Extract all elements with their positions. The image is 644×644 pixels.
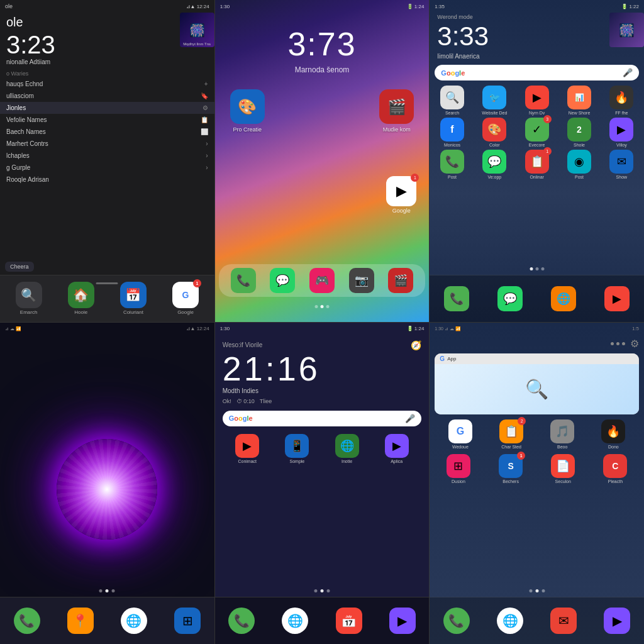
bc-location: Weso:if Viorile <box>223 341 263 348</box>
bc-month: Modth Indies <box>223 387 422 394</box>
tr-dock-msg[interactable]: 💬 <box>497 286 523 311</box>
mic-icon[interactable]: 🎤 <box>623 68 633 77</box>
dock-phone[interactable]: 📞 <box>231 268 256 293</box>
tc-subtitle: Marnoda šenom <box>215 65 430 74</box>
google-logo: Google <box>441 69 465 77</box>
tr-subtitle: Iimolil Anaerica <box>430 53 644 64</box>
bl-phone-icon[interactable]: 📞 <box>14 608 40 634</box>
app-seculon[interactable]: 📄 Seculon <box>538 454 588 484</box>
tc-google-play[interactable]: ▶ 1 Google <box>386 176 416 214</box>
recent-dono[interactable]: 🔥 Dono <box>601 419 625 449</box>
bc-dock-phone[interactable]: 📞 <box>228 608 255 634</box>
app-search[interactable]: 🔍 Search <box>432 86 472 115</box>
status-icons-tc: 🔋 1:24 <box>407 4 425 9</box>
dock-item-search[interactable]: 🔍 Emarch <box>16 282 42 315</box>
bc-search-bar[interactable]: Google 🎤 <box>223 411 422 426</box>
bc-dock-play[interactable]: ▶ <box>389 608 416 634</box>
menu-item-1[interactable]: hauqs Echnd+ <box>0 78 214 90</box>
app-villoy[interactable]: ▶ Villoy <box>602 118 641 147</box>
bc-bottom-dock: 📞 🌐 📅 ▶ <box>215 597 430 644</box>
app-facebook[interactable]: f Monicos <box>432 118 472 147</box>
dock-item-home[interactable]: 🏠 Hoole <box>68 282 94 315</box>
bc-dock-chrome[interactable]: 🌐 <box>282 608 308 634</box>
tr-app-row-2: f Monicos 🎨 Color ✓ 3 Evecore 2 Shole <box>430 116 644 148</box>
app-post[interactable]: ◉ Post <box>559 150 599 179</box>
menu-item-6[interactable]: Marhert Contrs› <box>0 138 214 150</box>
app-dusion[interactable]: ⊞ Dusion <box>433 454 483 484</box>
tr-app-row-1: 🔍 Search 🐦 Website Ded ▶ Nyrn Dv 📊 New S… <box>430 84 644 116</box>
menu-item-9[interactable]: Rooqle Adrisan <box>0 174 214 186</box>
dock-item-calendar[interactable]: 📅 Coluriant <box>120 282 147 315</box>
app-pleacth[interactable]: C Pleacth <box>591 454 640 484</box>
br-dock-play[interactable]: ▶ <box>604 608 630 634</box>
tr-dock: 📞 💬 🌐 ▶ <box>430 275 644 322</box>
bc-app-aplica[interactable]: ▶ Aplica <box>385 434 409 464</box>
app-twitter[interactable]: 🐦 Website Ded <box>475 86 514 115</box>
tr-dock-play[interactable]: ▶ <box>604 286 630 311</box>
br-recent-apps: G Wedoue 📋 2 Char Sted 🎵 Beoo 🔥 Dono <box>430 416 644 453</box>
app-whatsapp-tr[interactable]: 💬 Ve:opp <box>475 150 514 179</box>
app-color[interactable]: 🎨 Color <box>475 118 514 147</box>
menu-item-5[interactable]: Baech Names⬜ <box>0 126 214 138</box>
tr-dot-2 <box>535 267 538 270</box>
tc-dock: 📞 💬 🎮 📷 🎬 <box>219 264 426 297</box>
br-app-row: ⊞ Dusion S 1 Bechers 📄 Seculon C Pleacth <box>430 453 644 485</box>
app-ff[interactable]: 🔥 FF fhe <box>602 86 641 115</box>
evecore-badge: 3 <box>543 115 552 123</box>
app-onlinar[interactable]: 📋 1 Onlinar <box>517 150 557 179</box>
thumbnail-top-right: 🎆 Mqdhyt llnm Tns <box>180 13 214 47</box>
app-new-shore[interactable]: 📊 New Shore <box>559 86 599 115</box>
dock-item-google[interactable]: G 1 Google <box>172 282 199 315</box>
bc-app-somple[interactable]: 📱 Somple <box>285 434 309 464</box>
recent-wedoue[interactable]: G Wedoue <box>448 419 472 449</box>
tr-page-dots <box>530 267 544 270</box>
tr-dock-phone[interactable]: 📞 <box>444 286 469 311</box>
menu-item-8[interactable]: g Gurple› <box>0 162 214 174</box>
app-pro-creatie[interactable]: 🎨 Pro Creatie <box>230 89 265 133</box>
br-dock-gmail[interactable]: ✉ <box>550 608 577 634</box>
tr-dock-browser[interactable]: 🌐 <box>551 286 576 311</box>
app-phone-tr[interactable]: 📞 Post <box>432 150 472 179</box>
bc-google-logo: Google <box>229 414 253 422</box>
menu-item-3-active[interactable]: Jionles⚙ <box>0 102 214 114</box>
app-shole[interactable]: 2 Shole <box>559 118 599 147</box>
bc-app-conimact[interactable]: ▶ Conimact <box>235 434 259 464</box>
app-evecore[interactable]: ✓ 3 Evecore <box>517 118 557 147</box>
bc-stats: Ok! ⏱ 0:10 Tliee <box>223 398 422 404</box>
dot-3 <box>326 305 330 308</box>
menu-item-2[interactable]: ulliasciom🔖 <box>0 90 214 102</box>
onlinar-badge: 1 <box>543 147 552 155</box>
bl-maps-icon[interactable]: 📍 <box>67 608 94 634</box>
dock-camera[interactable]: 📷 <box>349 268 374 293</box>
recent-beoo[interactable]: 🎵 Beoo <box>550 419 574 449</box>
bc-app-inotle[interactable]: 🌐 Inotle <box>335 434 359 464</box>
top-row: ole ⊿▲ 12:24 🎆 Mqdhyt llnm Tns ole + 3:2… <box>0 0 644 323</box>
bc-dock-apps: ▶ Conimact 📱 Somple 🌐 Inotle ▶ Aplica <box>223 434 422 464</box>
bl-expand-icon[interactable]: ⊞ <box>174 608 201 634</box>
dock-messages[interactable]: 💬 <box>270 268 295 293</box>
bl-chrome-icon[interactable]: 🌐 <box>121 608 147 634</box>
p1-section: o Waries <box>0 69 214 78</box>
tr-search-bar[interactable]: Google 🎤 <box>435 65 639 80</box>
app-youtube[interactable]: ▶ Nyrn Dv <box>517 86 557 115</box>
bc-compass-icon: 🧭 <box>411 340 421 350</box>
dock-video[interactable]: 🎬 <box>388 268 413 293</box>
thumbnail-label: Mqdhyt llnm Tns <box>180 42 214 46</box>
app-show[interactable]: ✉ Show <box>602 150 641 179</box>
purple-circle <box>57 439 157 540</box>
br-dock-phone[interactable]: 📞 <box>443 608 470 634</box>
bc-mic-icon[interactable]: 🎤 <box>405 414 415 423</box>
app-bechers[interactable]: S 1 Bechers <box>486 454 536 484</box>
app-mudie-kom[interactable]: 🎬 Mudie kom <box>379 89 414 133</box>
bc-dock-calendar[interactable]: 📅 <box>336 608 362 634</box>
menu-item-4[interactable]: Vefolie Names📋 <box>0 114 214 126</box>
bc-location-row: Weso:if Viorile 🧭 <box>223 340 422 350</box>
p1-cheera-badge[interactable]: Cheera <box>5 262 34 272</box>
menu-item-7[interactable]: lchaples› <box>0 150 214 162</box>
status-bar-bl: ⊿ ☁ 📶 ⊿▲ 12:24 <box>0 323 214 335</box>
br-dock-chrome[interactable]: 🌐 <box>497 608 523 634</box>
settings-icon[interactable]: ⚙ <box>630 338 639 350</box>
dock-games[interactable]: 🎮 <box>309 268 335 293</box>
recent-char-sted[interactable]: 📋 2 Char Sted <box>499 419 523 449</box>
bc-widget: Weso:if Viorile 🧭 21:16 Modth Indies Ok!… <box>215 335 430 469</box>
